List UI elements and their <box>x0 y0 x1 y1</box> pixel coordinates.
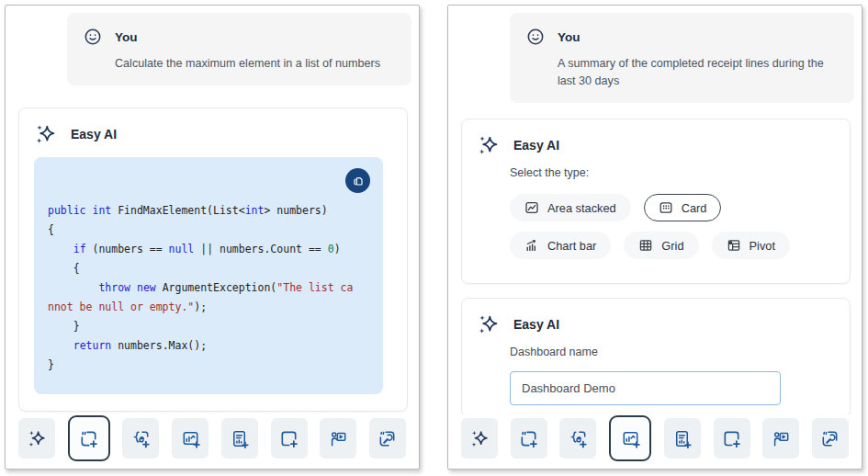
presentation-icon <box>771 428 792 449</box>
user-message-bubble: You A summary of the completed receipt l… <box>510 13 854 103</box>
code-line: } <box>48 317 369 336</box>
report-add-icon <box>671 428 693 449</box>
dashboard-name-input[interactable] <box>510 371 781 405</box>
type-chip-group: Area stackedCardChart barGridPivot <box>510 194 835 259</box>
type-prompt: Select the type: <box>510 166 850 179</box>
code-line: throw new ArgumentException("The list ca <box>48 278 369 298</box>
chip-label: Pivot <box>750 239 775 253</box>
code-line: public int FindMaxElement(List<int> numb… <box>48 201 369 221</box>
action-toolbar <box>448 414 862 462</box>
user-message-bubble: You Calculate the maximum element in a l… <box>67 13 411 85</box>
user-message-text: A summary of the completed receipt lines… <box>558 55 840 90</box>
add-dashboard-button[interactable] <box>172 418 209 459</box>
user-message-text: Calculate the maximum element in a list … <box>115 55 397 73</box>
add-code-button[interactable] <box>122 418 159 459</box>
chip-pivot[interactable]: Pivot <box>712 232 790 259</box>
ai-sparkle-button[interactable] <box>18 418 55 459</box>
add-page-button[interactable] <box>271 418 308 459</box>
add-snippet-button[interactable] <box>511 418 547 459</box>
assistant-type-card: Easy AI Select the type: Area stackedCar… <box>461 119 851 284</box>
add-snippet-button[interactable] <box>68 415 110 461</box>
sparkle-icon <box>469 428 490 449</box>
right-chat-panel: You A summary of the completed receipt l… <box>447 5 862 470</box>
presentation-button[interactable] <box>762 418 799 459</box>
action-toolbar <box>6 414 419 462</box>
assistant-card: Easy AI public int FindMaxElement(List<i… <box>18 108 408 412</box>
assistant-name-card: Easy AI Dashboard name <box>461 298 851 417</box>
code-content: public int FindMaxElement(List<int> numb… <box>48 201 369 375</box>
area-stacked-icon <box>524 200 539 215</box>
assistant-name: Easy AI <box>513 138 559 153</box>
chip-chart-bar[interactable]: Chart bar <box>510 232 611 259</box>
add-report-button[interactable] <box>664 418 701 459</box>
assistant-name: Easy AI <box>513 317 559 332</box>
left-chat-panel: You Calculate the maximum element in a l… <box>5 5 420 470</box>
pivot-icon <box>727 238 741 253</box>
tools-button[interactable] <box>812 418 849 459</box>
sparkle-icon <box>477 133 501 157</box>
add-page-button[interactable] <box>714 418 750 459</box>
chip-label: Grid <box>661 239 683 253</box>
tools-button[interactable] <box>369 418 406 459</box>
sparkle-icon <box>477 312 501 336</box>
wrench-scan-icon <box>377 428 398 449</box>
user-name: You <box>558 30 581 44</box>
chip-card[interactable]: Card <box>644 194 722 221</box>
smiley-face-icon <box>83 27 103 47</box>
chip-label: Chart bar <box>547 239 596 253</box>
copy-icon <box>351 174 366 188</box>
chart-bar-icon <box>524 238 539 253</box>
code-line: return numbers.Max(); <box>48 336 369 356</box>
chip-label: Card <box>682 201 707 215</box>
copy-code-button[interactable] <box>345 168 370 193</box>
grid-icon <box>638 238 653 253</box>
add-report-button[interactable] <box>221 418 258 459</box>
sparkle-icon <box>27 428 48 449</box>
add-code-button[interactable] <box>559 418 596 459</box>
chip-grid[interactable]: Grid <box>624 232 698 259</box>
chip-row: Chart barGridPivot <box>510 232 835 259</box>
chart-add-icon <box>620 428 641 449</box>
ai-sparkle-button[interactable] <box>461 418 498 459</box>
chip-label: Area stacked <box>547 201 616 215</box>
code-line: { <box>48 221 369 240</box>
assistant-name: Easy AI <box>71 127 117 142</box>
chart-add-icon <box>180 428 201 449</box>
presentation-button[interactable] <box>320 418 356 459</box>
code-add-icon <box>130 428 152 449</box>
two-panel-screenshot: You Calculate the maximum element in a l… <box>0 0 868 470</box>
chip-area-stacked[interactable]: Area stacked <box>510 194 631 221</box>
page-add-icon <box>721 428 742 449</box>
code-line: } <box>48 356 369 375</box>
code-line: if (numbers == null || numbers.Count == … <box>48 240 369 259</box>
add-dashboard-button[interactable] <box>609 415 651 461</box>
dashboard-name-label: Dashboard name <box>510 346 850 358</box>
page-add-icon <box>278 428 299 449</box>
frame-add-icon <box>78 428 99 449</box>
code-add-icon <box>568 428 589 449</box>
report-add-icon <box>229 428 250 449</box>
code-block: public int FindMaxElement(List<int> numb… <box>34 157 383 394</box>
user-name: You <box>115 30 138 44</box>
wrench-scan-icon <box>819 428 840 449</box>
smiley-face-icon <box>525 27 546 47</box>
card-icon <box>659 200 673 215</box>
frame-add-icon <box>518 428 539 449</box>
presentation-icon <box>328 428 349 449</box>
code-line: nnot be null or empty."); <box>48 298 369 317</box>
chip-row: Area stackedCard <box>510 194 835 221</box>
code-line: { <box>48 259 369 278</box>
sparkle-icon <box>34 122 58 146</box>
